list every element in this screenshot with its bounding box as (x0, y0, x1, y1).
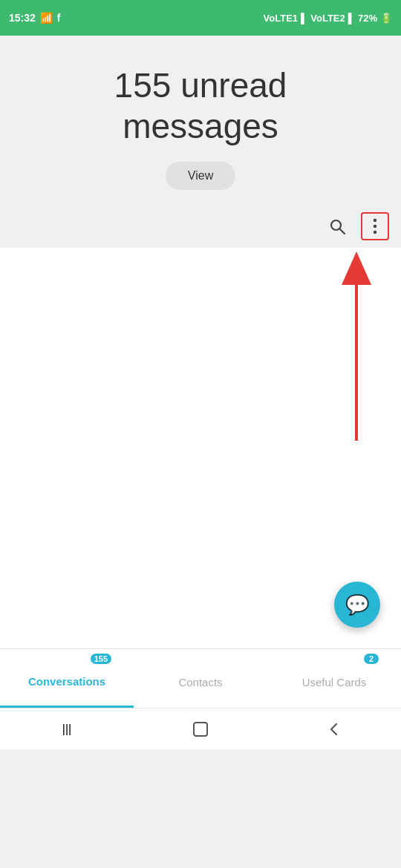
system-nav-bar: ||| (0, 708, 401, 749)
chat-bubble-icon: 💬 (345, 594, 369, 617)
conversations-label: Conversations (28, 675, 105, 688)
annotation-arrow (334, 248, 379, 441)
search-icon (329, 218, 345, 234)
battery-icon: 🔋 (380, 13, 392, 24)
view-button[interactable]: View (166, 162, 235, 190)
bottom-nav: 155 Conversations Contacts 2 Useful Card… (0, 648, 401, 708)
svg-point-3 (374, 225, 376, 228)
sim2-label: VoLTE2 (310, 13, 345, 24)
facebook-icon: f (57, 12, 61, 24)
signal1-icon: ▌ (301, 13, 307, 24)
back-button[interactable] (321, 716, 348, 743)
top-section: 155 unread messages View (0, 36, 401, 205)
svg-point-2 (374, 219, 376, 222)
contacts-label: Contacts (178, 676, 222, 688)
search-button[interactable] (325, 214, 349, 238)
phone-icon: 📶 (40, 12, 53, 24)
recent-apps-button[interactable]: ||| (53, 716, 80, 743)
tab-contacts[interactable]: Contacts (134, 649, 267, 708)
battery-percent: 72% (358, 13, 377, 24)
arrow-svg (334, 248, 379, 441)
tab-conversations[interactable]: 155 Conversations (0, 649, 134, 708)
home-icon (191, 720, 210, 739)
time-display: 15:32 (9, 12, 36, 24)
more-vertical-icon (373, 218, 377, 234)
svg-marker-6 (342, 251, 371, 285)
conversations-badge: 155 (91, 654, 111, 664)
tab-useful-cards[interactable]: 2 Useful Cards (267, 649, 401, 708)
status-bar: 15:32 📶 f VoLTE1 ▌ VoLTE2 ▌ 72% 🔋 (0, 0, 401, 36)
svg-rect-7 (194, 723, 207, 736)
unread-title: 155 unread messages (15, 65, 386, 147)
unread-word: unread (180, 66, 287, 105)
useful-cards-badge: 2 (364, 654, 379, 664)
sim1-label: VoLTE1 (264, 13, 298, 24)
toolbar-row (0, 205, 401, 248)
status-left: 15:32 📶 f (9, 12, 60, 24)
signal2-icon: ▌ (348, 13, 355, 24)
home-button[interactable] (187, 716, 214, 743)
unread-count: 155 (114, 66, 172, 105)
svg-point-4 (374, 231, 376, 234)
new-message-fab[interactable]: 💬 (334, 582, 380, 628)
more-menu-button[interactable] (361, 212, 389, 240)
svg-line-1 (340, 229, 345, 234)
main-content: 💬 (0, 248, 401, 648)
useful-cards-label: Useful Cards (302, 676, 367, 688)
messages-label: messages (123, 107, 278, 145)
back-icon (326, 721, 342, 737)
status-right: VoLTE1 ▌ VoLTE2 ▌ 72% 🔋 (264, 13, 392, 24)
recent-apps-icon: ||| (62, 723, 71, 736)
